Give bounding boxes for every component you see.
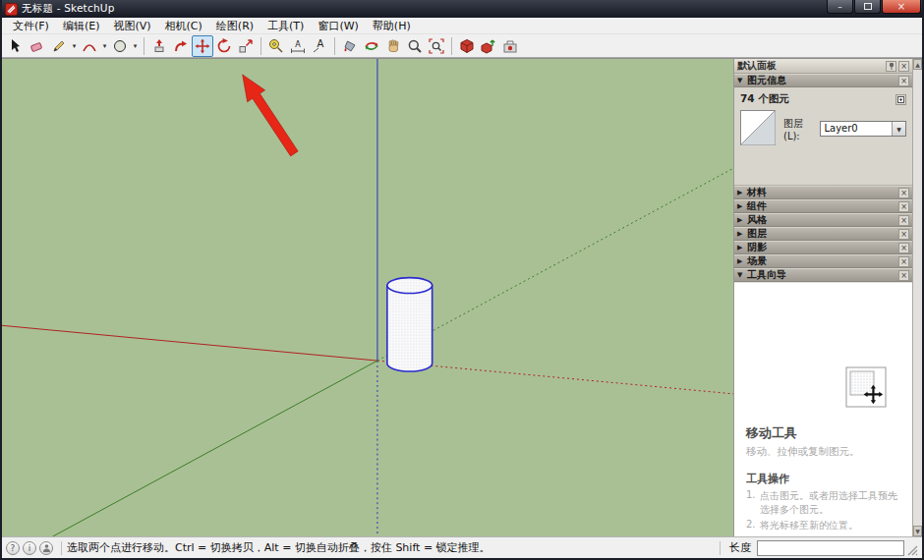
entity-info-title: 图元信息: [747, 74, 896, 87]
menu-item-help[interactable]: 帮助(H): [366, 18, 418, 34]
section-header-styles[interactable]: ▶ 风格 ×: [734, 213, 912, 227]
tray-title-bar: 默认面板 ×: [734, 59, 912, 74]
line-tool-dropdown[interactable]: ▾: [70, 35, 79, 57]
instructor-step: 2. 将光标移至新的位置。: [746, 519, 902, 532]
rotate-tool-button[interactable]: [213, 35, 235, 57]
layer-label: 图层(L):: [783, 117, 816, 141]
cylinder-model[interactable]: [387, 278, 433, 371]
menu-item-view[interactable]: 视图(V): [106, 18, 157, 34]
shape-tool-dropdown[interactable]: ▾: [131, 35, 140, 57]
model-viewport[interactable]: [2, 58, 733, 536]
line-tool-button[interactable]: [48, 35, 70, 57]
layer-select[interactable]: Layer0 ▼: [820, 121, 906, 137]
tray-title: 默认面板: [737, 59, 884, 73]
eraser-tool-button[interactable]: [27, 35, 48, 57]
toolbar-separator: [260, 37, 261, 55]
annotation-arrow: [243, 75, 298, 156]
orbit-tool-button[interactable]: [361, 35, 382, 57]
scenes-close-button[interactable]: ×: [898, 256, 909, 267]
tape-measure-tool-button[interactable]: [265, 35, 287, 57]
user-icon[interactable]: [39, 541, 53, 555]
select-tool-button[interactable]: [5, 35, 27, 57]
menu-item-edit[interactable]: 编辑(E): [56, 18, 107, 34]
entity-info-content: 74 个图元 图层(L): Layer0 ▼: [734, 87, 912, 186]
svg-text:A: A: [295, 40, 301, 49]
get-models-button[interactable]: [456, 35, 478, 57]
zoom-extents-tool-button[interactable]: [426, 35, 447, 57]
main-area: 默认面板 × ▼ 图元信息 × 74 个图元: [2, 58, 922, 536]
zoom-tool-button[interactable]: [404, 35, 426, 57]
section-header-materials[interactable]: ▶ 材料 ×: [734, 186, 912, 199]
circle-shape-icon: [112, 38, 128, 54]
toolbar-separator: [334, 37, 335, 55]
resize-grip[interactable]: [906, 540, 918, 556]
pan-tool-button[interactable]: [382, 35, 404, 57]
panel-scrollbar[interactable]: ▲ ▼: [912, 59, 922, 536]
chevron-right-icon: ▶: [737, 244, 747, 252]
share-model-button[interactable]: [478, 35, 499, 57]
styles-close-button[interactable]: ×: [898, 215, 909, 226]
menu-item-draw[interactable]: 绘图(R): [209, 18, 260, 34]
menu-item-camera[interactable]: 相机(C): [158, 18, 209, 34]
paint-bucket-tool-button[interactable]: [339, 35, 361, 57]
entity-info-close-button[interactable]: ×: [898, 76, 909, 86]
followme-tool-button[interactable]: [170, 35, 192, 57]
tray-close-button[interactable]: ×: [898, 61, 909, 72]
entity-details-toggle[interactable]: [895, 94, 906, 105]
zoom-icon: [407, 38, 423, 54]
scale-tool-button[interactable]: [235, 35, 257, 57]
scroll-down-icon[interactable]: ▼: [913, 526, 922, 536]
status-message: 选取两个点进行移动。Ctrl = 切换拷贝，Alt = 切换自动折叠，按住 Sh…: [67, 540, 715, 555]
scroll-up-icon[interactable]: ▲: [913, 59, 922, 70]
layers-close-button[interactable]: ×: [898, 229, 909, 240]
sketchup-logo-icon: [5, 3, 18, 16]
measurement-label: 长度: [729, 540, 751, 555]
window-title: 无标题 - SketchUp: [22, 2, 115, 16]
instructor-close-button[interactable]: ×: [898, 270, 909, 281]
tape-measure-icon: [268, 38, 284, 54]
pushpull-tool-button[interactable]: [148, 35, 170, 57]
minimize-button[interactable]: –: [827, 0, 853, 14]
measurement-input[interactable]: [757, 540, 904, 556]
section-header-components[interactable]: ▶ 组件 ×: [734, 199, 912, 213]
info-icon[interactable]: i: [23, 541, 36, 555]
shadows-close-button[interactable]: ×: [898, 243, 909, 253]
eraser-icon: [29, 38, 45, 54]
model-cube-icon: [459, 38, 475, 54]
section-header-shadows[interactable]: ▶ 阴影 ×: [734, 241, 912, 254]
help-icon[interactable]: ?: [6, 541, 20, 555]
move-tool-button[interactable]: [192, 35, 213, 57]
arc-tool-dropdown[interactable]: ▾: [100, 35, 109, 57]
chevron-down-icon: ▼: [737, 77, 747, 84]
text-tool-button[interactable]: A: [309, 35, 330, 57]
section-header-entity-info[interactable]: ▼ 图元信息 ×: [734, 74, 912, 87]
maximize-button[interactable]: [854, 0, 881, 14]
status-separator: [61, 541, 62, 555]
pushpull-icon: [151, 38, 167, 54]
text-icon: A: [312, 38, 327, 54]
scale-icon: [238, 38, 254, 54]
dimension-tool-button[interactable]: A: [287, 35, 309, 57]
extension-warehouse-button[interactable]: [499, 35, 521, 57]
components-close-button[interactable]: ×: [898, 201, 909, 212]
materials-close-button[interactable]: ×: [898, 188, 909, 198]
shape-tool-button[interactable]: [109, 35, 131, 57]
menu-item-file[interactable]: 文件(F): [6, 18, 56, 34]
right-panel-column: 默认面板 × ▼ 图元信息 × 74 个图元: [733, 58, 922, 536]
rotate-icon: [216, 38, 232, 54]
close-button[interactable]: ×: [882, 0, 921, 14]
instructor-step: 3. 点击完成移动操作。: [746, 535, 902, 537]
pin-icon[interactable]: [886, 61, 896, 72]
chevron-down-icon[interactable]: ▼: [892, 122, 905, 136]
axis-green-positive: [53, 361, 377, 536]
default-tray-panel: 默认面板 × ▼ 图元信息 × 74 个图元: [733, 59, 912, 536]
chevron-down-icon: ▼: [737, 271, 747, 279]
section-header-scenes[interactable]: ▶ 场景 ×: [734, 254, 912, 268]
arc-tool-button[interactable]: [79, 35, 100, 57]
viewport-canvas[interactable]: [2, 59, 733, 536]
menu-item-window[interactable]: 窗口(W): [311, 18, 365, 34]
section-header-layers[interactable]: ▶ 图层 ×: [734, 227, 912, 241]
chevron-right-icon: ▶: [737, 216, 747, 224]
section-header-instructor[interactable]: ▼ 工具向导 ×: [734, 268, 912, 282]
menu-item-tools[interactable]: 工具(T): [260, 18, 311, 34]
